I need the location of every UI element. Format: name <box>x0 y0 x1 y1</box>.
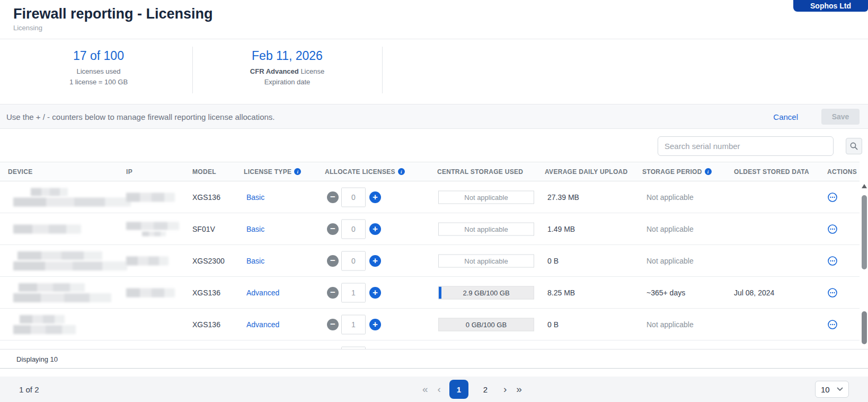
page-button-2[interactable]: 2 <box>476 380 495 399</box>
ip-redacted <box>126 193 175 202</box>
license-type-link[interactable]: Basic <box>246 225 264 233</box>
last-page-button[interactable]: » <box>515 383 523 395</box>
model-cell: XGS2300 <box>192 257 225 265</box>
ellipsis-circle-icon <box>827 287 838 298</box>
increment-license-button[interactable]: + <box>369 255 381 267</box>
column-label: ACTIONS <box>827 168 857 176</box>
redacted-block <box>19 283 85 292</box>
storage-used-label: Not applicable <box>464 193 508 201</box>
redacted-block <box>142 231 166 236</box>
column-label: STORAGE PERIOD <box>642 168 702 176</box>
pagination-footer: 1 of 2 «‹12›» 10 <box>0 377 868 402</box>
model-cell: XGS136 <box>192 289 220 297</box>
device-redacted <box>13 251 127 270</box>
ip-redacted <box>126 256 169 265</box>
first-page-button[interactable]: « <box>421 383 429 395</box>
column-header-ip: IP <box>126 168 132 176</box>
page-button-1[interactable]: 1 <box>449 380 468 399</box>
decrement-license-button[interactable]: − <box>327 287 339 299</box>
device-redacted <box>13 283 111 302</box>
info-icon[interactable]: i <box>398 168 405 175</box>
redacted-block <box>126 256 169 265</box>
oldest-stored-data-cell: Jul 08, 2024 <box>734 289 774 297</box>
row-actions-button[interactable] <box>827 224 838 234</box>
pager: «‹12›» <box>421 380 523 399</box>
decrement-license-button[interactable]: − <box>327 319 339 330</box>
redacted-block <box>126 222 179 230</box>
scroll-up-arrow-icon[interactable] <box>862 184 867 188</box>
storage-used-meter: 0 GB/100 GB <box>438 318 534 331</box>
account-badge[interactable]: Sophos Ltd <box>793 0 868 12</box>
redacted-block <box>17 251 102 260</box>
device-redacted <box>13 224 81 233</box>
increment-license-button[interactable]: + <box>369 287 381 299</box>
stat-expiration: Feb 11, 2026 CFR Advanced License Expira… <box>193 48 382 86</box>
increment-license-button[interactable]: + <box>369 319 381 330</box>
table-row: XGS136Advanced−1+2.9 GB/100 GB8.25 MB~36… <box>0 277 860 309</box>
storage-period-cell: ~365+ days <box>646 289 685 297</box>
allocate-licenses-input[interactable]: 1 <box>341 283 366 302</box>
chevron-down-icon <box>837 387 843 391</box>
page-size-value: 10 <box>821 385 830 394</box>
column-label: ALLOCATE LICENSES <box>325 168 395 176</box>
license-type-link[interactable]: Basic <box>246 257 264 265</box>
license-stats: 17 of 100 Licenses used 1 license = 100 … <box>0 39 868 99</box>
increment-license-button[interactable]: + <box>369 191 381 203</box>
stat-divider <box>382 47 383 93</box>
info-icon[interactable]: i <box>705 168 712 175</box>
cancel-button[interactable]: Cancel <box>773 112 798 121</box>
row-actions-button[interactable] <box>827 287 838 298</box>
search-icon <box>849 142 858 151</box>
storage-used-meter: Not applicable <box>438 190 534 204</box>
model-cell: XGS136 <box>192 193 220 202</box>
vertical-scrollbar[interactable] <box>861 181 867 349</box>
column-header-actions: ACTIONS <box>827 168 857 176</box>
allocate-licenses-input[interactable]: 0 <box>341 251 366 270</box>
page-size-select[interactable]: 10 <box>815 381 849 398</box>
displaying-bar: Displaying 10 <box>0 349 868 369</box>
save-button[interactable]: Save <box>821 109 860 125</box>
model-cell: SF01V <box>192 225 215 233</box>
instruction-bar: Use the + / - counters below to manage f… <box>0 104 868 129</box>
increment-license-button[interactable]: + <box>369 223 381 235</box>
info-icon[interactable]: i <box>294 168 301 175</box>
search-input[interactable] <box>658 136 834 156</box>
redacted-block <box>31 188 68 196</box>
table-row: XGS2300Basic−0+Not applicable0 BNot appl… <box>0 245 860 277</box>
license-type-link[interactable]: Basic <box>246 193 264 202</box>
column-header-allocate-licenses: ALLOCATE LICENSESi <box>325 168 405 176</box>
expiration-sublabel: Expiration date <box>193 78 382 86</box>
license-type-link[interactable]: Advanced <box>246 289 279 297</box>
decrement-license-button[interactable]: − <box>327 191 339 203</box>
ellipsis-circle-icon <box>827 192 838 203</box>
row-actions-button[interactable] <box>827 319 838 330</box>
column-header-device: DEVICE <box>8 168 32 176</box>
column-label: IP <box>126 168 132 176</box>
search-button[interactable] <box>846 138 862 154</box>
storage-used-label: 0 GB/100 GB <box>466 320 507 328</box>
table-body: XGS136Basic−0+Not applicable27.39 MBNot … <box>0 181 860 349</box>
storage-period-cell: Not applicable <box>646 193 694 202</box>
allocate-licenses-input[interactable]: 0 <box>341 187 366 207</box>
row-actions-button[interactable] <box>827 256 838 266</box>
scrollbar-thumb[interactable] <box>862 195 867 269</box>
decrement-license-button[interactable]: − <box>327 223 339 235</box>
redacted-block <box>13 261 127 270</box>
previous-page-button[interactable]: ‹ <box>437 383 442 395</box>
licenses-ratio-label: 1 license = 100 GB <box>5 78 192 86</box>
row-actions-button[interactable] <box>827 192 838 203</box>
next-page-button[interactable]: › <box>502 383 508 395</box>
scrollbar-thumb-lower[interactable] <box>862 311 867 344</box>
redacted-block <box>126 193 175 202</box>
avg-daily-upload-cell: 27.39 MB <box>547 193 579 202</box>
license-type-link[interactable]: Advanced <box>246 320 279 329</box>
allocate-licenses-input[interactable]: 0 <box>341 219 366 239</box>
decrement-license-button[interactable]: − <box>327 255 339 267</box>
allocate-licenses-input[interactable]: 1 <box>341 314 366 334</box>
column-label: DEVICE <box>8 168 32 176</box>
redacted-block <box>20 315 65 324</box>
avg-daily-upload-cell: 8.25 MB <box>547 289 575 297</box>
page-title: Firewall reporting - Licensing <box>13 6 213 22</box>
licenses-used-label: Licenses used <box>5 67 192 75</box>
redacted-block <box>126 288 175 297</box>
